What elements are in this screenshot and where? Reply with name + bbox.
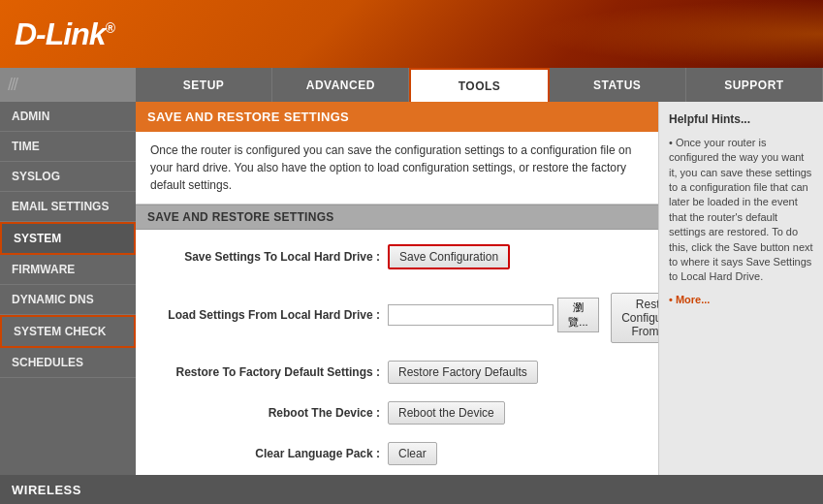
reboot-button[interactable]: Reboot the Device xyxy=(388,401,505,425)
tab-advanced[interactable]: ADVANCED xyxy=(272,68,409,102)
sidebar-item-system-check[interactable]: SYSTEM CHECK xyxy=(0,315,136,348)
dlink-logo: D-Link® xyxy=(15,16,114,52)
restore-factory-button[interactable]: Restore Factory Defaults xyxy=(388,361,538,384)
clear-language-control: Clear xyxy=(388,442,437,465)
file-input-group: 瀏覽... xyxy=(388,298,599,332)
save-settings-label: Save Settings To Local Hard Drive : xyxy=(165,250,388,264)
save-settings-row: Save Settings To Local Hard Drive : Save… xyxy=(155,244,639,269)
nav-tabs: /// SETUP ADVANCED TOOLS STATUS SUPPORT xyxy=(0,68,823,102)
tab-support[interactable]: SUPPORT xyxy=(686,68,823,102)
header: D-Link® xyxy=(0,0,823,68)
description-box: Once the router is configured you can sa… xyxy=(136,132,658,205)
spacer-icon: /// xyxy=(8,75,16,95)
reboot-label: Reboot The Device : xyxy=(165,406,388,420)
hints-more-link[interactable]: • More... xyxy=(669,293,813,307)
sidebar-item-email-settings[interactable]: EMAIL SETTINGS xyxy=(0,192,136,222)
restore-factory-row: Restore To Factory Default Settings : Re… xyxy=(155,361,639,384)
hints-sidebar: Helpful Hints... • Once your router is c… xyxy=(658,102,823,475)
sidebar-item-admin[interactable]: ADMIN xyxy=(0,102,136,132)
clear-language-row: Clear Language Pack : Clear xyxy=(155,442,639,465)
settings-content: Save Settings To Local Hard Drive : Save… xyxy=(136,230,658,475)
section-header: SAVE AND RESTORE SETTINGS xyxy=(136,102,658,132)
hints-title: Helpful Hints... xyxy=(669,111,813,128)
save-configuration-button[interactable]: Save Configuration xyxy=(388,244,510,269)
reboot-row: Reboot The Device : Reboot the Device xyxy=(155,401,639,425)
footer: WIRELESS xyxy=(0,475,823,504)
nav-tabs-list: SETUP ADVANCED TOOLS STATUS SUPPORT xyxy=(136,68,823,102)
tab-tools[interactable]: TOOLS xyxy=(409,68,549,102)
restore-factory-control: Restore Factory Defaults xyxy=(388,361,538,384)
clear-button[interactable]: Clear xyxy=(388,442,437,465)
sidebar: ADMIN TIME SYSLOG EMAIL SETTINGS SYSTEM … xyxy=(0,102,136,475)
sidebar-item-syslog[interactable]: SYSLOG xyxy=(0,162,136,192)
hints-text: • Once your router is configured the way… xyxy=(669,136,813,285)
restore-configuration-button[interactable]: Restore Configuration From File xyxy=(611,293,658,343)
browse-button[interactable]: 瀏覽... xyxy=(557,298,599,332)
sidebar-item-schedules[interactable]: SCHEDULES xyxy=(0,348,136,378)
sidebar-item-time[interactable]: TIME xyxy=(0,132,136,162)
settings-section-header: SAVE AND RESTORE SETTINGS xyxy=(136,205,658,230)
content-area: SAVE AND RESTORE SETTINGS Once the route… xyxy=(136,102,658,475)
reboot-control: Reboot the Device xyxy=(388,401,505,425)
load-settings-control: 瀏覽... Restore Configuration From File xyxy=(388,287,658,343)
nav-tab-spacer: /// xyxy=(0,68,136,102)
save-settings-control: Save Configuration xyxy=(388,244,510,269)
load-settings-label: Load Settings From Local Hard Drive : xyxy=(165,308,388,322)
main-layout: ADMIN TIME SYSLOG EMAIL SETTINGS SYSTEM … xyxy=(0,102,823,475)
sidebar-item-firmware[interactable]: FIRMWARE xyxy=(0,255,136,285)
restore-factory-label: Restore To Factory Default Settings : xyxy=(165,365,388,379)
logo-trademark: ® xyxy=(106,20,114,36)
load-settings-row: Load Settings From Local Hard Drive : 瀏覽… xyxy=(155,287,639,343)
tab-setup[interactable]: SETUP xyxy=(136,68,272,102)
sidebar-item-system[interactable]: SYSTEM xyxy=(0,222,136,255)
tab-status[interactable]: STATUS xyxy=(550,68,686,102)
clear-language-label: Clear Language Pack : xyxy=(165,447,388,460)
sidebar-item-dynamic-dns[interactable]: DYNAMIC DNS xyxy=(0,285,136,315)
file-input[interactable] xyxy=(388,304,554,326)
footer-label: WIRELESS xyxy=(12,483,81,497)
